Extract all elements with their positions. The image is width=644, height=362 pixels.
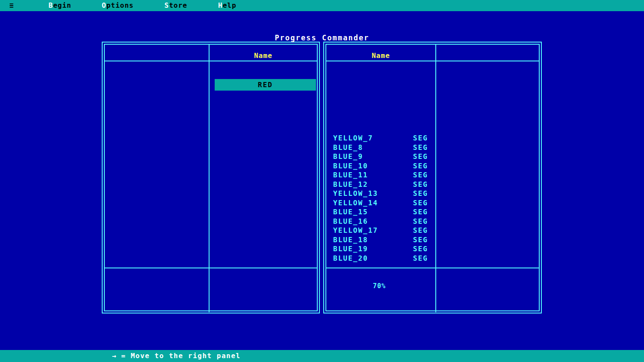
file-ext: SEG bbox=[413, 170, 428, 180]
file-name: BLUE_10 bbox=[333, 161, 368, 171]
menu-label-rest: ptions bbox=[106, 1, 134, 9]
file-ext: SEG bbox=[413, 244, 428, 254]
right-panel-column-divider bbox=[435, 45, 436, 312]
selected-file-red[interactable]: RED bbox=[215, 79, 316, 91]
file-name: BLUE_9 bbox=[333, 152, 363, 161]
file-name: BLUE_19 bbox=[333, 244, 368, 254]
status-hint-text: = Move to the right panel bbox=[121, 352, 240, 360]
file-ext: SEG bbox=[413, 152, 428, 161]
app-title: Progress Commander bbox=[0, 33, 644, 42]
left-panel-column-divider bbox=[209, 45, 210, 312]
right-panel-name-header: Name bbox=[326, 51, 435, 60]
menu-label-rest: tore bbox=[169, 1, 188, 9]
file-name: BLUE_16 bbox=[333, 217, 368, 226]
left-panel-name-header: Name bbox=[210, 51, 317, 60]
file-row[interactable]: BLUE_19 SEG bbox=[326, 244, 435, 254]
file-name: YELLOW_13 bbox=[333, 189, 378, 198]
menu-label-rest: elp bbox=[223, 1, 237, 9]
file-ext: SEG bbox=[413, 189, 428, 198]
file-ext: SEG bbox=[413, 143, 428, 152]
status-hint: →= Move to the right panel bbox=[112, 352, 240, 360]
file-ext: SEG bbox=[413, 217, 428, 226]
left-panel-footer-divider bbox=[105, 268, 317, 268]
right-arrow-icon: → bbox=[112, 352, 117, 360]
file-list: YELLOW_7 SEG BLUE_8 SEG BLUE_9 SEG BLUE_… bbox=[326, 134, 435, 263]
file-name: BLUE_20 bbox=[333, 254, 368, 263]
menu-item-store[interactable]: Store bbox=[164, 1, 187, 9]
right-panel[interactable]: Name YELLOW_7 SEG BLUE_8 SEG BLUE_9 SEG … bbox=[323, 42, 542, 313]
file-ext: SEG bbox=[413, 180, 428, 189]
file-ext: SEG bbox=[413, 134, 428, 143]
file-row[interactable]: BLUE_10 SEG bbox=[326, 161, 435, 171]
right-panel-footer-divider bbox=[326, 268, 539, 268]
file-name: YELLOW_17 bbox=[333, 226, 378, 235]
file-ext: SEG bbox=[413, 226, 428, 235]
file-name: BLUE_8 bbox=[333, 143, 363, 152]
progress-percent: 70% bbox=[323, 282, 435, 290]
file-row[interactable]: YELLOW_14 SEG bbox=[326, 198, 435, 208]
file-row[interactable]: BLUE_8 SEG bbox=[326, 143, 435, 152]
file-name: BLUE_15 bbox=[333, 207, 368, 217]
file-row[interactable]: BLUE_20 SEG bbox=[326, 254, 435, 263]
file-row[interactable]: BLUE_16 SEG bbox=[326, 217, 435, 226]
file-name: BLUE_18 bbox=[333, 235, 368, 245]
file-name: YELLOW_14 bbox=[333, 198, 378, 208]
status-bar: →= Move to the right panel bbox=[0, 350, 644, 362]
file-row[interactable]: BLUE_11 SEG bbox=[326, 170, 435, 180]
file-row[interactable]: BLUE_9 SEG bbox=[326, 152, 435, 161]
menu-hotkey: O bbox=[102, 1, 106, 9]
menu-bar: ≡ Begin Options Store Help bbox=[0, 0, 644, 11]
menu-item-help[interactable]: Help bbox=[218, 1, 237, 9]
left-panel-header-divider bbox=[105, 61, 317, 61]
file-row[interactable]: BLUE_12 SEG bbox=[326, 180, 435, 189]
file-ext: SEG bbox=[413, 254, 428, 263]
file-row[interactable]: YELLOW_17 SEG bbox=[326, 226, 435, 235]
file-row[interactable]: YELLOW_7 SEG bbox=[326, 134, 435, 143]
file-row[interactable]: BLUE_18 SEG bbox=[326, 235, 435, 245]
file-row[interactable]: YELLOW_13 SEG bbox=[326, 189, 435, 198]
menu-hotkey: B bbox=[49, 1, 53, 9]
file-ext: SEG bbox=[413, 207, 428, 217]
file-ext: SEG bbox=[413, 161, 428, 171]
hamburger-menu-icon[interactable]: ≡ bbox=[9, 2, 14, 9]
right-panel-header-divider bbox=[326, 61, 539, 61]
left-panel[interactable]: Name RED bbox=[102, 42, 320, 313]
menu-hotkey: S bbox=[164, 1, 169, 9]
menu-label-rest: egin bbox=[53, 1, 72, 9]
file-name: BLUE_12 bbox=[333, 180, 368, 189]
file-name: YELLOW_7 bbox=[333, 134, 373, 143]
file-name: BLUE_11 bbox=[333, 170, 368, 180]
file-ext: SEG bbox=[413, 235, 428, 245]
file-row[interactable]: BLUE_15 SEG bbox=[326, 207, 435, 217]
menu-item-options[interactable]: Options bbox=[102, 1, 134, 9]
menu-item-begin[interactable]: Begin bbox=[49, 1, 71, 9]
file-ext: SEG bbox=[413, 198, 428, 208]
menu-hotkey: H bbox=[218, 1, 223, 9]
